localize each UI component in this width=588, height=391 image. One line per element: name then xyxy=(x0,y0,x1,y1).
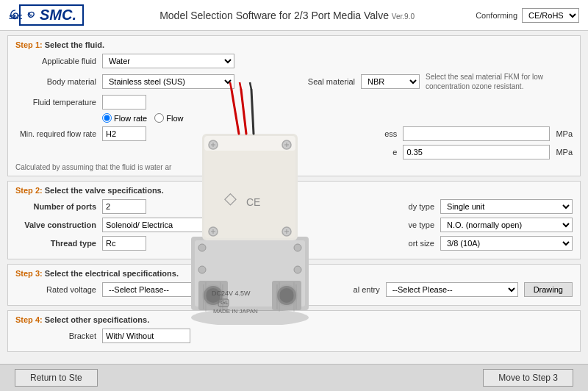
body-material-select[interactable]: Stainless steel (SUS) PPS PVDF xyxy=(102,74,234,89)
flow-rate-radio-input[interactable] xyxy=(102,113,112,123)
bracket-row: Bracket xyxy=(15,329,573,343)
valve-construction-input[interactable] xyxy=(102,218,205,232)
flow-rate-radio[interactable]: Flow rate xyxy=(102,113,147,123)
pressure2-input[interactable] xyxy=(403,145,550,159)
min-flow-label: Min. required flow rate xyxy=(15,129,96,138)
num-ports-label: Number of ports xyxy=(15,202,96,211)
smc-logo: SMC SMC. xyxy=(9,4,84,26)
title-text: Model Selection Software for 2/3 Port Me… xyxy=(159,10,389,21)
calc-note: Calculated by assuming that the fluid is… xyxy=(15,163,573,171)
rated-voltage-row: Rated voltage --Select Please-- AC100V A… xyxy=(15,282,573,297)
flow-pressure-radio-input[interactable] xyxy=(154,113,164,123)
steps-container: Step 1: Select the fluid. Applicable flu… xyxy=(7,35,581,386)
step3-description: Select the electrical specifications. xyxy=(45,269,179,278)
pressure2-row: e MPa xyxy=(15,145,573,159)
step2-section: Step 2: Select the valve specifications.… xyxy=(7,181,581,259)
body-seal-row: Body material Stainless steel (SUS) PPS … xyxy=(15,72,573,91)
step3-header: Step 3: Select the electrical specificat… xyxy=(15,269,573,278)
bracket-input[interactable] xyxy=(102,329,190,343)
mpa1-label: MPa xyxy=(556,129,573,138)
step4-label: Step 4: xyxy=(15,315,43,324)
smc-icon xyxy=(26,10,38,22)
port-size-label: ort size xyxy=(394,239,434,248)
flow-rate-label: Flow rate xyxy=(114,114,147,123)
step1-description: Select the fluid. xyxy=(45,40,104,49)
e-label: e xyxy=(368,148,397,157)
body-type-select[interactable]: Single unit Manifold xyxy=(440,199,573,214)
drawing-button[interactable]: Drawing xyxy=(524,282,573,297)
seal-material-note: Select the seal material FKM for low con… xyxy=(426,72,573,91)
body-material-label: Body material xyxy=(15,77,96,86)
header-title: Model Selection Software for 2/3 Port Me… xyxy=(98,10,476,21)
seal-material-label: Seal material xyxy=(296,77,355,86)
step2-label: Step 2: xyxy=(15,186,43,195)
body-type-label: dy type xyxy=(390,202,434,211)
num-ports-input[interactable] xyxy=(102,199,146,214)
seal-material-select[interactable]: NBR FKM EPDM xyxy=(361,74,420,89)
mpa2-label: MPa xyxy=(556,148,573,157)
step3-section: Step 3: Select the electrical specificat… xyxy=(7,264,581,306)
applicable-fluid-label: Applicable fluid xyxy=(15,57,96,65)
header: SMC SMC. Model Selection Software for 2/… xyxy=(0,0,588,31)
main-content: Step 1: Select the fluid. Applicable flu… xyxy=(0,31,588,391)
step4-description: Select other specifications. xyxy=(45,315,149,324)
step1-label: Step 1: xyxy=(15,40,43,49)
valve-type-label: ve type xyxy=(394,220,434,229)
applicable-fluid-row: Applicable fluid Water Air Oil xyxy=(15,54,573,68)
bottom-bar: Return to Ste Move to Step 3 xyxy=(0,364,588,391)
flow-pressure-label: Flow xyxy=(166,114,183,123)
flow-rate-type-row: Flow rate Flow xyxy=(15,113,573,123)
step4-section: Step 4: Select other specifications. Bra… xyxy=(7,310,581,352)
flow-rate-radio-group: Flow rate Flow xyxy=(102,113,183,123)
ports-bodytype-row: Number of ports dy type Single unit Mani… xyxy=(15,199,573,214)
conforming-section: Conforming CE/RoHS UL None xyxy=(476,8,579,23)
version-text: Ver.9.0 xyxy=(392,12,415,21)
move-button[interactable]: Move to Step 3 xyxy=(483,369,573,387)
conforming-label: Conforming xyxy=(476,11,517,20)
flow-pressure-radio[interactable]: Flow xyxy=(154,113,183,123)
step3-label: Step 3: xyxy=(15,269,43,278)
step2-description: Select the valve specifications. xyxy=(45,186,164,195)
pressure-label: ess xyxy=(368,129,397,138)
port-size-select[interactable]: 3/8 (10A) 1/4 (8A) 1/2 (15A) xyxy=(440,236,573,251)
step1-header: Step 1: Select the fluid. xyxy=(15,40,573,49)
valve-type-select[interactable]: N.O. (normally open) N.C. (normally clos… xyxy=(440,218,573,232)
fluid-temp-input[interactable]: 22 xyxy=(102,95,146,110)
min-flow-input[interactable] xyxy=(102,126,146,141)
thread-port-row: Thread type ort size 3/8 (10A) 1/4 (8A) … xyxy=(15,236,573,251)
pressure-input[interactable] xyxy=(403,126,550,141)
thread-type-input[interactable] xyxy=(102,236,146,251)
fluid-temp-row: Fluid temperature 22 xyxy=(15,95,573,110)
entry-label: al entry xyxy=(336,285,380,294)
step4-header: Step 4: Select other specifications. xyxy=(15,315,573,324)
thread-type-label: Thread type xyxy=(15,239,96,248)
return-button[interactable]: Return to Ste xyxy=(15,369,98,387)
entry-select[interactable]: --Select Please-- DIN terminal Lead wire xyxy=(386,282,518,297)
valve-construction-row: Valve construction ve type N.O. (normall… xyxy=(15,218,573,232)
smc-logo-text: SMC. xyxy=(19,4,84,26)
applicable-fluid-select[interactable]: Water Air Oil xyxy=(102,54,234,68)
bracket-label: Bracket xyxy=(15,331,96,340)
min-flow-row: Min. required flow rate ess MPa xyxy=(15,126,573,141)
step1-section: Step 1: Select the fluid. Applicable flu… xyxy=(7,35,581,176)
step2-header: Step 2: Select the valve specifications. xyxy=(15,186,573,195)
valve-construction-label: Valve construction xyxy=(15,220,96,229)
rated-voltage-label: Rated voltage xyxy=(15,285,96,294)
fluid-temp-label: Fluid temperature xyxy=(15,98,96,107)
conforming-select[interactable]: CE/RoHS UL None xyxy=(522,8,579,23)
rated-voltage-select[interactable]: --Select Please-- AC100V AC200V DC24V DC… xyxy=(102,282,234,297)
